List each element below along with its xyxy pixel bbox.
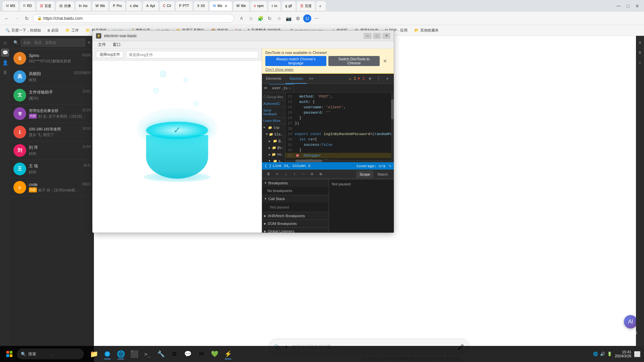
- modal-close-button[interactable]: ✕: [382, 33, 390, 39]
- dt-warning-icon[interactable]: ⚠ 1: [349, 75, 356, 82]
- debugger-settings-button[interactable]: ⚙: [317, 171, 324, 178]
- code-editor[interactable]: 22 method: 'POST', 23 auth: { 24 usernam…: [285, 93, 394, 162]
- dt-close-devtools-icon[interactable]: ✕: [384, 75, 391, 82]
- taskbar-app-chat[interactable]: 💬: [182, 348, 194, 360]
- debug-dot: [296, 154, 299, 157]
- dt-tab-more[interactable]: >>: [307, 77, 315, 81]
- breakpoints-section-header[interactable]: ▼ Breakpoints: [262, 179, 329, 187]
- taskbar-app-edge[interactable]: [101, 348, 113, 360]
- debug-tab-watch[interactable]: Watch: [374, 171, 391, 178]
- code-lines: 22 method: 'POST', 23 auth: { 24 usernam…: [285, 93, 394, 162]
- devtools-main-area: ☐ Group files Authored/C Send feedback L…: [262, 93, 394, 162]
- debugger-deactivate-button[interactable]: ⊘: [308, 171, 316, 178]
- debug-tab-scope[interactable]: Scope: [356, 171, 373, 178]
- call-stack-arrow: ▼: [264, 197, 267, 200]
- file-picker-button[interactable]: 选择svg文件: [96, 51, 124, 58]
- taskbar-app-explorer[interactable]: 📁: [88, 348, 100, 360]
- devtools-tabs: Elements Sources >> ⚠ 1 ✖ 1 ⚙ ⋮ ✕: [262, 74, 394, 84]
- tree-item-vite[interactable]: ▶ 📁 @vite: [262, 144, 285, 151]
- coverage-edit-icon[interactable]: ✎: [389, 164, 391, 168]
- dt-settings-icon[interactable]: ⚙: [366, 75, 374, 82]
- vscode-icon: ⬛: [130, 350, 139, 358]
- modal-window-controls: ─ □ ✕: [364, 33, 390, 39]
- menu-item-window-label: 窗口: [113, 42, 121, 48]
- tree-icon-electron: 📁: [269, 132, 273, 136]
- taskbar-app-terminal[interactable]: >_: [142, 348, 154, 360]
- breakpoints-title: Breakpoints: [268, 181, 288, 185]
- windows-logo-icon: [6, 351, 12, 357]
- checkmark-icon: ✓: [173, 125, 181, 135]
- wechat-icon: 💚: [211, 350, 218, 358]
- taskbar-app-electron[interactable]: ⚡: [222, 348, 234, 360]
- debugger-step-button[interactable]: →: [300, 171, 307, 178]
- file-input[interactable]: [126, 51, 258, 58]
- dt-error-icon[interactable]: ✖ 1: [358, 75, 365, 82]
- tree-arrow-node: ▶: [269, 153, 270, 157]
- call-stack-section-header[interactable]: ▼ Call Stack: [262, 195, 329, 202]
- global-listeners-header[interactable]: ▶ Global Listeners: [262, 228, 329, 233]
- network-icon[interactable]: 🌐: [593, 352, 598, 356]
- taskbar-app-mail[interactable]: ✉: [195, 348, 207, 360]
- app-toolbar: 选择svg文件: [93, 49, 262, 61]
- code-scrollbar-vertical[interactable]: [391, 93, 394, 160]
- status-position: Line 33, Column 3: [273, 164, 310, 168]
- taskbar-date: 2024/3/26: [615, 354, 631, 358]
- file-tab-close-icon[interactable]: ✕: [289, 86, 290, 90]
- dt-tab-elements[interactable]: Elements: [262, 74, 285, 84]
- call-stack-title: Call Stack: [268, 197, 285, 201]
- taskbar-app-wechat[interactable]: 💚: [209, 348, 221, 360]
- dt-more-icon[interactable]: ⋮: [375, 75, 382, 82]
- send-feedback-link[interactable]: Send feedback: [262, 107, 285, 118]
- code-scrollbar-horizontal[interactable]: [285, 160, 394, 162]
- modal-maximize-button[interactable]: □: [373, 33, 381, 39]
- taskbar-app-tools[interactable]: 🔧: [155, 348, 167, 360]
- taskbar-clock[interactable]: 15:41 2024/3/26: [615, 350, 631, 358]
- tree-item-electron[interactable]: ▼ 📁 Electron l: [262, 131, 285, 138]
- tree-item-id[interactable]: ▶ 📁 @id: [262, 138, 285, 144]
- authored-row[interactable]: Authored/C: [262, 101, 285, 107]
- global-arrow: ▶: [264, 230, 266, 233]
- devtools-notification: DevTools is now available in Chinese! Al…: [262, 49, 394, 74]
- bubble-1: [160, 71, 166, 77]
- cylinder-top: ✓: [146, 122, 208, 139]
- taskbar-app-settings[interactable]: ⚙: [168, 348, 180, 360]
- start-button[interactable]: [3, 348, 15, 360]
- group-files-row[interactable]: ☐ Group files: [262, 94, 285, 101]
- tree-item-node[interactable]: ▶ 📁 node_m: [262, 151, 285, 158]
- taskbar-app-vscode[interactable]: ⬛: [128, 348, 140, 360]
- call-stack-section: ▼ Call Stack Not paused: [262, 195, 329, 212]
- file-tab-userjs[interactable]: user.js ✕: [269, 84, 294, 92]
- debugger-pause-button[interactable]: ⏸: [265, 171, 272, 178]
- dom-section-header[interactable]: ▶ DOM Breakpoints: [262, 220, 329, 227]
- btn-switch-language[interactable]: Switch DevTools to Chinese: [328, 56, 380, 66]
- debugger-step-over-button[interactable]: ↷: [273, 171, 281, 178]
- btn-match-language[interactable]: Always match Chrome's language: [265, 56, 326, 66]
- menu-item-file[interactable]: 文件: [95, 42, 109, 48]
- breakpoints-arrow: ▼: [264, 181, 267, 185]
- notif-close-button[interactable]: ✕: [380, 57, 390, 65]
- status-format-icon[interactable]: { }: [265, 164, 271, 168]
- show-desktop-button[interactable]: ⬜: [634, 351, 641, 357]
- dont-show-link[interactable]: Don't show again: [265, 67, 380, 71]
- modal-minimize-button[interactable]: ─: [364, 33, 372, 39]
- xhr-section-header[interactable]: ▶ XHR/fetch Breakpoints: [262, 212, 329, 220]
- tree-arrow-id: ▶: [269, 139, 272, 143]
- taskbar-app-chrome[interactable]: 🌐: [115, 348, 127, 360]
- tree-icon-top: 📁: [268, 126, 272, 130]
- taskbar-search[interactable]: 🔍 搜索: [17, 349, 84, 359]
- code-line-26: 26 }: [285, 115, 394, 121]
- notif-text: DevTools is now available in Chinese!: [265, 51, 380, 55]
- tree-label-vite: @vite: [277, 146, 284, 150]
- tree-item-top[interactable]: ▼ 📁 top: [262, 124, 285, 131]
- menu-item-window[interactable]: 窗口: [110, 42, 123, 48]
- battery-icon[interactable]: 🔋: [607, 352, 612, 356]
- dt-tab-sources[interactable]: Sources: [285, 74, 307, 84]
- menu-item-file-label: 文件: [98, 42, 106, 48]
- learn-more-link[interactable]: Learn More: [262, 118, 285, 124]
- volume-icon[interactable]: 🔊: [600, 352, 605, 356]
- tree-item-src[interactable]: ▼ 📁 src: [262, 158, 285, 162]
- tree-label-src: src: [278, 160, 284, 163]
- debugger-step-into-button[interactable]: ↓: [282, 171, 289, 178]
- expand-sidebar-button[interactable]: ≫: [262, 84, 269, 92]
- debugger-step-out-button[interactable]: ↑: [291, 171, 298, 178]
